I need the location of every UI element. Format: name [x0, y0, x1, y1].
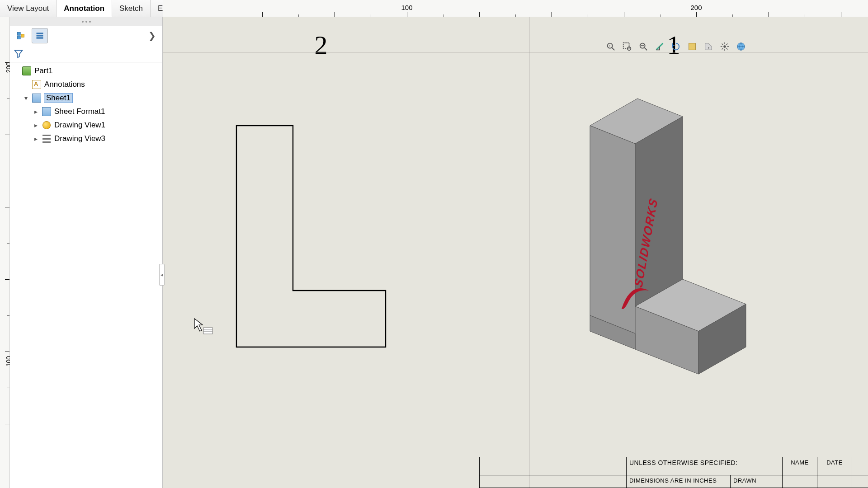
chevron-right-icon[interactable]: ▸ [33, 108, 39, 115]
svg-rect-5 [37, 37, 43, 38]
svg-line-17 [612, 48, 615, 51]
tb-cell [852, 457, 868, 475]
cursor-icon [193, 318, 213, 338]
zoom-fit-icon[interactable]: + [604, 40, 618, 53]
feature-manager-panel: ❯ Part1 Annotations ▾ Sheet1 ▸ Sheet For… [10, 17, 163, 488]
tree-label: Drawing View1 [54, 121, 105, 130]
tb-cell [554, 457, 626, 475]
tb-cell [554, 475, 626, 488]
svg-rect-2 [21, 34, 24, 37]
tree-item-drawing-view1[interactable]: ▸ Drawing View1 [11, 118, 161, 132]
zone-divider [529, 17, 529, 488]
world-icon[interactable] [734, 40, 748, 53]
svg-text:▾: ▾ [708, 46, 709, 49]
tb-cell [852, 475, 868, 488]
title-block: UNLESS OTHERWISE SPECIFIED: NAME DATE DI… [479, 457, 868, 488]
ruler-horizontal: 100 200 [163, 0, 868, 17]
tree-label: Part1 [34, 66, 53, 75]
chevron-down-icon[interactable]: ▾ [23, 94, 29, 102]
drawing-view-isometric[interactable]: SOLIDWORKS [588, 99, 760, 374]
rotate-icon[interactable] [669, 40, 683, 53]
chevron-right-icon[interactable]: ▸ [33, 122, 39, 129]
tree-root-part[interactable]: Part1 [11, 64, 161, 78]
ruler-label: 100 [401, 4, 412, 11]
tab-sketch[interactable]: Sketch [112, 0, 151, 17]
ruler-label: 200 [690, 4, 702, 11]
tree-item-annotations[interactable]: Annotations [11, 78, 161, 91]
svg-rect-22 [689, 43, 696, 50]
edit-sheet-icon[interactable]: ▾ [702, 40, 715, 53]
svg-rect-1 [18, 36, 21, 39]
tree-item-sheet-format1[interactable]: ▸ Sheet Format1 [11, 105, 161, 118]
tab-annotation[interactable]: Annotation [57, 0, 112, 17]
section-icon[interactable] [653, 40, 666, 53]
display-style-icon[interactable] [685, 40, 699, 53]
tree-label: Drawing View3 [54, 134, 105, 143]
svg-rect-4 [37, 35, 43, 36]
feature-tree: Part1 Annotations ▾ Sheet1 ▸ Sheet Forma… [10, 62, 162, 147]
zoom-prev-icon[interactable] [637, 40, 650, 53]
tb-spec-header: UNLESS OTHERWISE SPECIFIED: [626, 457, 782, 475]
panel-toolbar: ❯ [10, 26, 162, 45]
tree-label: Sheet Format1 [54, 107, 105, 116]
tree-label: Sheet1 [44, 94, 72, 103]
panel-collapse-handle[interactable]: ◂ [159, 264, 165, 286]
svg-point-24 [723, 45, 726, 48]
tb-cell [479, 457, 554, 475]
tree-item-drawing-view3[interactable]: ▸ Drawing View3 [11, 132, 161, 145]
panel-expand-icon[interactable]: ❯ [145, 30, 160, 41]
tb-row-drawn: DRAWN [730, 475, 782, 488]
view-settings-icon[interactable] [718, 40, 731, 53]
zone-label-2: 2 [315, 30, 328, 60]
panel-grip[interactable] [10, 17, 162, 26]
svg-rect-0 [18, 32, 21, 35]
tb-col-name: NAME [782, 457, 817, 475]
svg-rect-3 [37, 33, 43, 34]
ruler-vertical: 200 100 [0, 17, 10, 488]
filter-icon[interactable] [14, 49, 24, 59]
tb-spec-line: DIMENSIONS ARE IN INCHES [626, 475, 730, 488]
tree-item-sheet1[interactable]: ▾ Sheet1 [11, 91, 161, 105]
svg-rect-6 [203, 328, 212, 334]
feature-tree-tab-icon[interactable] [13, 28, 29, 43]
tree-label: Annotations [44, 80, 85, 89]
svg-text:+: + [609, 44, 610, 48]
tb-cell [479, 475, 554, 488]
chevron-right-icon[interactable]: ▸ [33, 135, 39, 142]
zone-header-divider [163, 52, 868, 52]
tab-view-layout[interactable]: View Layout [0, 0, 57, 17]
heads-up-toolbar: + ▾ [601, 38, 750, 55]
tb-cell [782, 475, 817, 488]
drawing-canvas[interactable]: 2 1 ◂ [163, 17, 868, 488]
svg-marker-10 [590, 126, 635, 333]
zoom-area-icon[interactable] [620, 40, 634, 53]
tb-col-date: DATE [817, 457, 852, 475]
drawing-view-front[interactable] [236, 126, 386, 347]
panel-filter-row [10, 45, 162, 62]
property-manager-tab-icon[interactable] [32, 28, 48, 43]
svg-rect-19 [623, 43, 629, 49]
tb-cell [817, 475, 852, 488]
